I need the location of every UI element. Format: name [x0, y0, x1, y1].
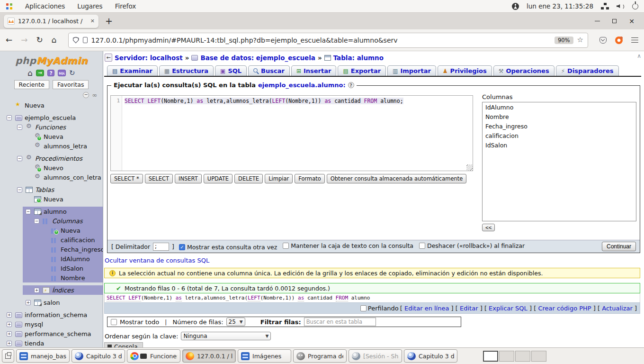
- checkbox-icon[interactable]: [179, 244, 185, 250]
- query-action-button[interactable]: SELECT *: [110, 174, 143, 183]
- column-list-item[interactable]: IdAlumno: [483, 102, 636, 112]
- show-all-checkbox[interactable]: [111, 319, 117, 325]
- quick-access-button[interactable]: Favoritas: [53, 80, 89, 89]
- resize-grip-icon[interactable]: [466, 164, 473, 171]
- sql-code-editor[interactable]: 1 SELECT LEFT(Nombre,1) as letra,alumnos…: [110, 95, 473, 171]
- pma-tab[interactable]: ▤ Examinar: [107, 65, 158, 76]
- column-list-item[interactable]: Fecha_ingreso: [483, 121, 636, 131]
- breadcrumb-server-link[interactable]: Servidor: localhost: [115, 54, 183, 62]
- tree-expander-icon[interactable]: [7, 322, 12, 327]
- tab-close-icon[interactable]: ✕: [90, 18, 95, 24]
- tree-expander-icon[interactable]: [34, 218, 39, 224]
- reload-icon[interactable]: ↻: [36, 36, 43, 44]
- profiling-link[interactable]: Editar en línea: [404, 305, 449, 312]
- rows-per-page-select[interactable]: 25 ▼: [226, 318, 245, 326]
- checkbox-icon[interactable]: [419, 243, 425, 249]
- query-action-button[interactable]: INSERT: [175, 174, 202, 183]
- tree-item[interactable]: IdAlumno: [0, 254, 103, 264]
- tree-item[interactable]: IdSalon: [0, 264, 103, 273]
- hide-sql-window-link[interactable]: Ocultar ventana de consultas SQL: [105, 257, 209, 264]
- new-tab-button[interactable]: +: [105, 17, 113, 26]
- option-checkbox[interactable]: Mantener la caja de texto con la consult…: [283, 242, 413, 249]
- sql-docs-icon[interactable]: SQL: [58, 70, 66, 76]
- console-toggle[interactable]: Consola: [104, 342, 143, 347]
- accessibility-icon[interactable]: [512, 3, 519, 10]
- pma-tab[interactable]: ♟ Privilegios: [438, 65, 492, 76]
- tree-item[interactable]: performance_schema: [0, 329, 103, 338]
- sort-key-select[interactable]: Ninguna ▼: [181, 332, 271, 340]
- workspace-cell[interactable]: [531, 351, 546, 362]
- tree-expander-icon[interactable]: [7, 312, 12, 318]
- column-list-item[interactable]: IdSalon: [483, 140, 636, 150]
- taskbar-window-button[interactable]: Capitulo 3 de…: [404, 349, 457, 363]
- checkbox-icon[interactable]: [283, 243, 289, 249]
- column-list-item[interactable]: Nombre: [483, 112, 636, 121]
- column-list-item[interactable]: calificacion: [483, 131, 636, 140]
- tree-item[interactable]: alumnos_letra: [0, 141, 103, 151]
- option-checkbox[interactable]: Deshacer («rollback») al finalizar: [419, 242, 525, 249]
- tree-item[interactable]: mysql: [0, 319, 103, 329]
- panel-clock[interactable]: lun ene 23, 11:35:28: [527, 2, 593, 10]
- refresh-icon[interactable]: ↻: [69, 70, 75, 77]
- option-checkbox[interactable]: Mostrar esta consulta otra vez: [179, 244, 277, 251]
- query-action-button[interactable]: SELECT: [145, 174, 173, 183]
- quick-access-button[interactable]: Reciente: [14, 80, 49, 89]
- tree-expander-icon[interactable]: [7, 341, 12, 346]
- page-info-icon[interactable]: [83, 37, 88, 43]
- tree-expander-icon[interactable]: [7, 331, 12, 337]
- taskbar-window-button[interactable]: Imágenes: [238, 349, 291, 363]
- tree-item[interactable]: salon: [0, 298, 103, 307]
- filter-rows-input[interactable]: [304, 318, 376, 326]
- tree-item[interactable]: Nombre: [0, 273, 103, 282]
- collapse-all-icon[interactable]: −: [83, 92, 89, 98]
- volume-icon[interactable]: [617, 3, 625, 9]
- taskbar-window-button[interactable]: Programa de …: [293, 349, 347, 363]
- insert-column-button[interactable]: <<: [482, 224, 495, 231]
- taskbar-window-button[interactable]: Capitulo 3 de…: [72, 349, 125, 363]
- pma-tab[interactable]: ▤ Exportar: [338, 65, 386, 76]
- tree-item[interactable]: tienda: [0, 338, 103, 347]
- bookmark-star-icon[interactable]: ☆: [577, 36, 583, 44]
- tree-item[interactable]: Nueva: [0, 132, 103, 141]
- power-icon[interactable]: [632, 3, 638, 9]
- pma-tab[interactable]: ▥ Importar: [387, 65, 436, 76]
- link-with-main-icon[interactable]: ∞: [92, 92, 97, 98]
- maximize-icon[interactable]: [612, 19, 617, 23]
- tree-expander-icon[interactable]: [34, 288, 39, 293]
- menu-hamburger-icon[interactable]: [631, 37, 638, 43]
- breadcrumb-table-link[interactable]: Tabla: alumno: [333, 54, 384, 62]
- query-action-button[interactable]: UPDATE: [204, 174, 233, 183]
- logout-icon[interactable]: →: [36, 70, 44, 76]
- tree-item[interactable]: Nueva: [0, 194, 103, 204]
- tree-item[interactable]: alumnos_con_letra: [0, 173, 103, 182]
- zoom-level-badge[interactable]: 90%: [555, 36, 573, 44]
- pma-tab[interactable]: ▦ Estructura: [159, 65, 214, 76]
- tree-expander-icon[interactable]: [26, 209, 31, 214]
- profiling-checkbox[interactable]: [360, 305, 367, 311]
- tree-item[interactable]: Índices: [0, 285, 103, 295]
- profiling-link[interactable]: Actualizar: [602, 305, 632, 312]
- extension-icon[interactable]: [615, 36, 623, 44]
- tree-item[interactable]: Fecha_ingreso: [0, 245, 103, 254]
- help-question-icon[interactable]: ?: [348, 82, 354, 88]
- pma-tab[interactable]: ▣ SQL: [215, 65, 247, 76]
- tree-expander-icon[interactable]: [17, 187, 22, 192]
- url-text[interactable]: 127.0.0.1/phpmyadmin/#PMAURL-14:tbl_sql.…: [91, 36, 551, 44]
- tree-item[interactable]: information_schema: [0, 310, 103, 319]
- network-icon[interactable]: [601, 3, 609, 9]
- panel-menu[interactable]: Aplicaciones: [25, 2, 65, 10]
- delimiter-input[interactable]: [153, 243, 169, 251]
- tree-expander-icon[interactable]: [17, 156, 22, 161]
- tree-item[interactable]: ejemplo_escuela: [0, 113, 103, 122]
- tree-item[interactable]: calificacion: [0, 235, 103, 245]
- pma-tab[interactable]: Buscar: [248, 65, 290, 76]
- table-link[interactable]: ejemplo_escuela.alumno:: [258, 82, 346, 89]
- tree-item[interactable]: Funciones: [0, 122, 103, 132]
- tree-item[interactable]: Nuevo: [0, 163, 103, 173]
- tree-item[interactable]: Columnas: [0, 216, 103, 226]
- sidebar-toggle-button[interactable]: ←: [105, 54, 112, 62]
- pma-tab[interactable]: ⊞ Insertar: [291, 65, 337, 76]
- columns-listbox[interactable]: IdAlumnoNombreFecha_ingresocalificacionI…: [482, 102, 636, 221]
- taskbar-window-button[interactable]: Funciones…: [127, 349, 180, 363]
- panel-menu[interactable]: Lugares: [77, 2, 102, 10]
